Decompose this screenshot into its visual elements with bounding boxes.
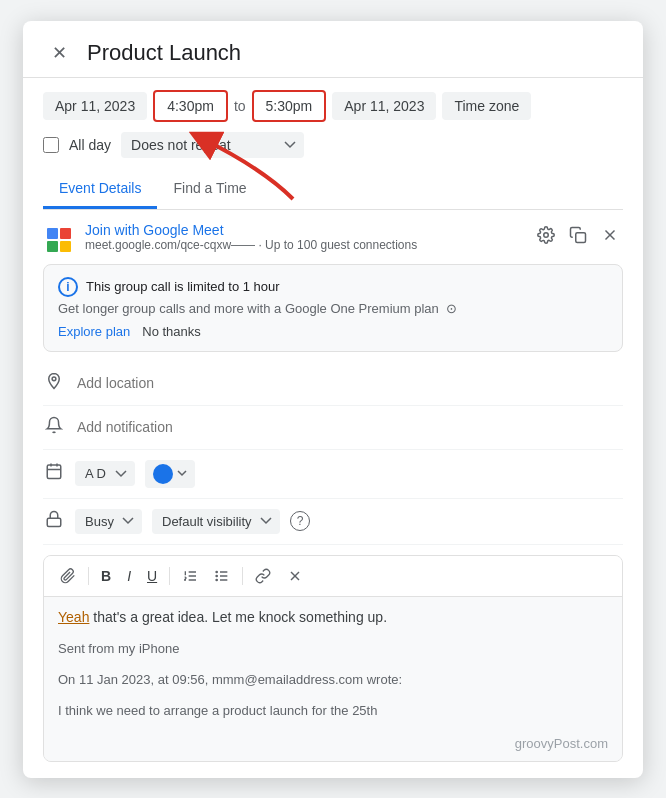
- meet-actions: [533, 222, 623, 248]
- notification-input[interactable]: [77, 419, 623, 435]
- remove-format-icon: [287, 568, 303, 584]
- svg-point-24: [216, 579, 217, 580]
- meet-url: meet.google.com/qce-cqxw—— · Up to 100 g…: [85, 238, 523, 252]
- help-icon[interactable]: ?: [290, 511, 310, 531]
- to-label: to: [234, 98, 246, 114]
- description-content[interactable]: Yeah that's a great idea. Let me knock s…: [44, 597, 622, 730]
- copy-icon: [569, 226, 587, 244]
- time-row: Apr 11, 2023 4:30pm to 5:30pm Apr 11, 20…: [43, 90, 623, 122]
- tab-find-a-time[interactable]: Find a Time: [157, 170, 262, 209]
- dialog-header: ✕ Product Launch: [23, 21, 643, 78]
- meet-remove-button[interactable]: [597, 222, 623, 248]
- meet-info-box: i This group call is limited to 1 hour G…: [43, 264, 623, 352]
- underline-button[interactable]: U: [141, 564, 163, 588]
- svg-rect-5: [60, 241, 71, 252]
- location-row: [43, 362, 623, 406]
- allday-label: All day: [69, 137, 111, 153]
- desc-text: that's a great idea. Let me knock someth…: [89, 609, 387, 625]
- location-icon: [43, 372, 65, 395]
- svg-rect-2: [47, 228, 58, 239]
- link-button[interactable]: [249, 564, 277, 588]
- allday-row: All day Does not repeat Every day Every …: [43, 132, 623, 158]
- start-time-pill[interactable]: 4:30pm: [153, 90, 228, 122]
- meet-info-links: Explore plan No thanks: [58, 324, 608, 339]
- meet-info-box-desc: Get longer group calls and more with a G…: [58, 301, 608, 316]
- description-box: B I U: [43, 555, 623, 762]
- end-date-pill[interactable]: Apr 11, 2023: [332, 92, 436, 120]
- no-thanks-link[interactable]: No thanks: [142, 324, 201, 339]
- calendar-icon: [43, 462, 65, 485]
- busy-select[interactable]: Busy Free: [75, 509, 142, 534]
- notification-icon: [43, 416, 65, 439]
- svg-point-23: [216, 575, 217, 576]
- timezone-button[interactable]: Time zone: [442, 92, 531, 120]
- calendar-row: A D: [43, 450, 623, 499]
- italic-button[interactable]: I: [121, 564, 137, 588]
- location-input[interactable]: [77, 375, 623, 391]
- close-button[interactable]: ✕: [43, 37, 75, 69]
- svg-point-6: [544, 232, 549, 237]
- svg-rect-4: [47, 241, 58, 252]
- desc-sent-from: Sent from my iPhone: [58, 641, 608, 656]
- status-icon: [43, 510, 65, 533]
- calendar-select[interactable]: A D: [75, 461, 135, 486]
- meet-row: Join with Google Meet meet.google.com/qc…: [43, 222, 623, 256]
- dialog-body: Apr 11, 2023 4:30pm to 5:30pm Apr 11, 20…: [23, 78, 643, 778]
- unordered-list-button[interactable]: [208, 564, 236, 588]
- color-select-button[interactable]: [145, 460, 195, 488]
- tab-event-details[interactable]: Event Details: [43, 170, 157, 209]
- status-row: Busy Free Default visibility Public Priv…: [43, 499, 623, 545]
- repeat-select[interactable]: Does not repeat Every day Every week on …: [121, 132, 304, 158]
- start-date-pill[interactable]: Apr 11, 2023: [43, 92, 147, 120]
- close-icon: ✕: [52, 42, 67, 64]
- meet-settings-button[interactable]: [533, 222, 559, 248]
- attach-button[interactable]: [54, 564, 82, 588]
- explore-plan-link[interactable]: Explore plan: [58, 324, 130, 339]
- meet-info-box-title: i This group call is limited to 1 hour: [58, 277, 608, 297]
- event-dialog: ✕ Product Launch Apr 11, 2023 4:30pm to …: [23, 21, 643, 778]
- ordered-list-button[interactable]: [176, 564, 204, 588]
- notification-row: [43, 406, 623, 450]
- color-dot: [153, 464, 173, 484]
- google-meet-icon: [43, 224, 75, 256]
- chevron-down-icon: [177, 470, 187, 477]
- desc-quote: I think we need to arrange a product lau…: [58, 703, 608, 718]
- meet-join-link[interactable]: Join with Google Meet: [85, 222, 523, 238]
- end-time-pill[interactable]: 5:30pm: [252, 90, 327, 122]
- meet-info: Join with Google Meet meet.google.com/qc…: [85, 222, 523, 252]
- svg-rect-7: [576, 232, 586, 242]
- gear-icon: [537, 226, 555, 244]
- close-icon: [601, 226, 619, 244]
- allday-checkbox[interactable]: [43, 137, 59, 153]
- tabs-row: Event Details Find a Time: [43, 170, 623, 210]
- watermark: groovyPost.com: [44, 730, 622, 761]
- visibility-select[interactable]: Default visibility Public Private: [152, 509, 280, 534]
- unordered-list-icon: [214, 568, 230, 584]
- paperclip-icon: [60, 568, 76, 584]
- svg-rect-11: [47, 465, 61, 479]
- svg-rect-15: [47, 518, 61, 526]
- meet-copy-button[interactable]: [565, 222, 591, 248]
- description-toolbar: B I U: [44, 556, 622, 597]
- svg-rect-3: [60, 228, 71, 239]
- info-icon: i: [58, 277, 78, 297]
- remove-format-button[interactable]: [281, 564, 309, 588]
- svg-point-22: [216, 571, 217, 572]
- desc-on-line: On 11 Jan 2023, at 09:56, mmm@emailaddre…: [58, 672, 608, 687]
- svg-point-10: [52, 376, 56, 380]
- ordered-list-icon: [182, 568, 198, 584]
- dialog-title: Product Launch: [87, 40, 623, 66]
- bold-button[interactable]: B: [95, 564, 117, 588]
- desc-yeah: Yeah: [58, 609, 89, 625]
- link-icon: [255, 568, 271, 584]
